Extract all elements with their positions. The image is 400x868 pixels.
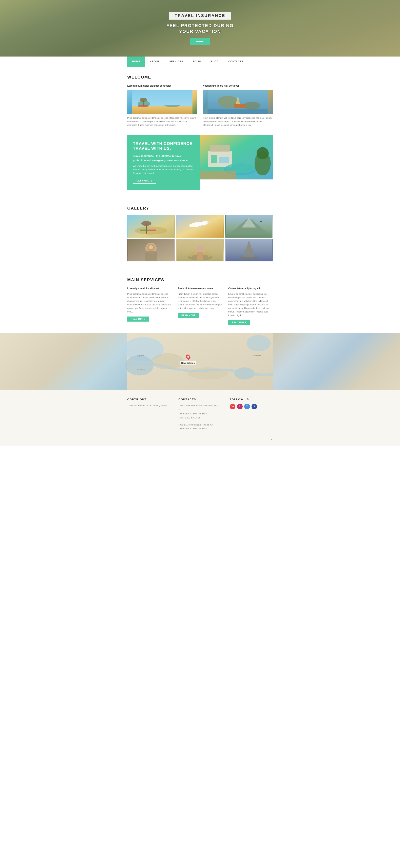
map-pin: [186, 354, 190, 360]
svg-rect-28: [148, 229, 156, 231]
svg-text:St. Alban: St. Alban: [137, 369, 145, 371]
svg-text:Chalmette: Chalmette: [253, 355, 261, 357]
get-quote-button[interactable]: GET A QUOTE: [133, 178, 156, 184]
banner-text-left: TRAVEL WITH CONFIDENCE. TRAVEL WITH US. …: [127, 135, 200, 190]
gallery-item-plane[interactable]: [176, 215, 224, 238]
gallery-item-beach[interactable]: [127, 215, 175, 238]
gallery-item-girl[interactable]: [176, 239, 224, 261]
footer-contacts-col: CONTACTS 77643, New York Street, New Yor…: [178, 398, 221, 431]
gallery-item-mountain[interactable]: [225, 215, 273, 238]
gallery-item-eiffel[interactable]: [225, 239, 273, 261]
svg-rect-41: [145, 251, 157, 261]
svg-point-59: [247, 335, 271, 351]
gallery-section: GALLERY: [127, 198, 273, 270]
social-twitter-button[interactable]: T: [244, 404, 250, 409]
footer-copyright-col: COPYRIGHT Travel Insurance © 2016. Priva…: [127, 398, 170, 431]
nav-folio[interactable]: FOLIO: [188, 57, 206, 67]
gallery-title: GALLERY: [127, 206, 273, 211]
hero-title: TRAVEL INSURANCE: [175, 13, 225, 18]
nav-services[interactable]: SERVICES: [165, 57, 188, 67]
svg-point-9: [244, 102, 260, 110]
hero-subtitle: FEEL PROTECTED DURING YOUR VACATION: [167, 23, 234, 34]
welcome-section: WELCOME Lorem ipsum dolor sit amet conse…: [127, 67, 273, 135]
services-grid: Lorem ipsum dolor sit amet Proin dictum …: [127, 287, 273, 325]
footer-follow-heading: FOLLOW US: [230, 398, 273, 401]
footer-grid: COPYRIGHT Travel Insurance © 2016. Priva…: [127, 398, 273, 431]
footer-copyright-text: Travel Insurance © 2016. Privacy Policy.: [127, 404, 170, 408]
footer: COPYRIGHT Travel Insurance © 2016. Priva…: [0, 390, 400, 446]
footer-contacts-heading: CONTACTS: [178, 398, 221, 401]
services-title: MAIN SERVICES: [127, 278, 273, 282]
service-body-3: Em dor sit amet ctactaer adipiscing elit…: [228, 292, 273, 317]
hero-more-button[interactable]: MORE: [190, 38, 210, 45]
svg-rect-53: [240, 257, 258, 259]
beach-image: [127, 90, 197, 114]
svg-point-4: [140, 98, 147, 102]
service-item-1: Lorem ipsum dolor sit amet Proin dictum …: [127, 287, 172, 325]
svg-point-26: [141, 221, 151, 226]
svg-text:Laplace: Laplace: [137, 355, 144, 357]
welcome-text-1: Proin dictum elenum vell terdiplus soile…: [127, 116, 197, 127]
social-pinterest-button[interactable]: P: [237, 404, 242, 409]
svg-rect-12: [208, 109, 268, 114]
hero-title-box: TRAVEL INSURANCE: [169, 12, 231, 20]
nav-blog[interactable]: BLOG: [206, 57, 224, 67]
welcome-text-2: Proin dictum elenum vell terdiplus soile…: [203, 116, 273, 127]
svg-rect-21: [210, 145, 230, 152]
footer-contacts-phone2: Fax: +1 800 375 2503: [178, 416, 221, 420]
svg-point-37: [260, 221, 262, 222]
svg-point-45: [196, 245, 204, 253]
gallery-item-person[interactable]: [127, 239, 175, 261]
banner-body: We know that buying travel insurance is …: [133, 164, 194, 175]
social-facebook-button[interactable]: F: [252, 404, 257, 409]
read-more-button-2[interactable]: READ MORE: [178, 313, 199, 318]
svg-point-20: [257, 147, 269, 159]
welcome-grid: Lorem ipsum dolor sit amet consectet: [127, 84, 273, 127]
social-icons-group: G+ P T F: [230, 404, 273, 409]
read-more-button-1[interactable]: READ MORE: [127, 316, 149, 321]
service-heading-2: Proin dictum elementum vce eu: [178, 287, 222, 290]
nav-about[interactable]: ABOUT: [145, 57, 165, 67]
services-section: MAIN SERVICES Lorem ipsum dolor sit amet…: [127, 270, 273, 333]
banner-subtitle: Travel Insurance - the ultimate in trave…: [133, 154, 194, 162]
svg-rect-15: [211, 155, 217, 163]
svg-point-42: [149, 245, 153, 249]
boat-image: [203, 90, 273, 114]
gallery-grid: [127, 215, 273, 261]
footer-copyright-heading: COPYRIGHT: [127, 398, 170, 401]
svg-rect-54: [244, 250, 255, 251]
promo-banner: TRAVEL WITH CONFIDENCE. TRAVEL WITH US. …: [127, 135, 273, 190]
svg-rect-1: [132, 106, 193, 114]
social-google-button[interactable]: G+: [230, 404, 235, 409]
welcome-heading-1: Lorem ipsum dolor sit amet consectet: [127, 84, 197, 87]
map-section: Laplace St. Alban Chalmette New Orleans: [0, 333, 400, 390]
footer-contacts-phone1: Telephone: +1 800 375 3502: [178, 412, 221, 416]
nav-home[interactable]: HOME: [127, 57, 145, 67]
map-background: Laplace St. Alban Chalmette New Orleans: [0, 333, 400, 390]
service-item-2: Proin dictum elementum vce eu Proin dict…: [178, 287, 222, 325]
svg-rect-22: [200, 172, 236, 180]
service-body-1: Proin dictum elenum vell terdiplus soile…: [127, 292, 172, 314]
service-heading-3: Consectetuer adipiscing elit: [228, 287, 273, 290]
read-more-button-3[interactable]: READ MORE: [228, 320, 250, 325]
footer-scroll-top[interactable]: ▲: [127, 435, 273, 440]
banner-heading: TRAVEL WITH CONFIDENCE. TRAVEL WITH US.: [133, 141, 194, 151]
svg-rect-46: [197, 252, 203, 260]
nav-contacts[interactable]: CONTACTS: [223, 57, 248, 67]
svg-rect-27: [140, 229, 148, 231]
footer-contacts-address2: 5770 St. Jerome Road, Helena, AK Telepho…: [178, 423, 221, 431]
svg-rect-10: [234, 104, 246, 108]
hero-content: TRAVEL INSURANCE FEEL PROTECTED DURING Y…: [167, 12, 234, 45]
svg-point-6: [164, 105, 180, 107]
welcome-item-2: Vestibulum libero nisl porta vel: [203, 84, 273, 127]
map-city-label: New Orleans: [180, 361, 196, 365]
svg-rect-5: [138, 105, 148, 107]
svg-rect-55: [245, 254, 253, 254]
main-navigation: HOME ABOUT SERVICES FOLIO BLOG CONTACTS: [0, 57, 400, 67]
banner-image-right: [200, 135, 273, 180]
service-heading-1: Lorem ipsum dolor sit amet: [127, 287, 172, 290]
service-body-2: Proin dictum elenum vell terdiplus soile…: [178, 292, 222, 310]
svg-rect-16: [219, 157, 229, 163]
hero-section: TRAVEL INSURANCE FEEL PROTECTED DURING Y…: [0, 0, 400, 57]
service-item-3: Consectetuer adipiscing elit Em dor sit …: [228, 287, 273, 325]
